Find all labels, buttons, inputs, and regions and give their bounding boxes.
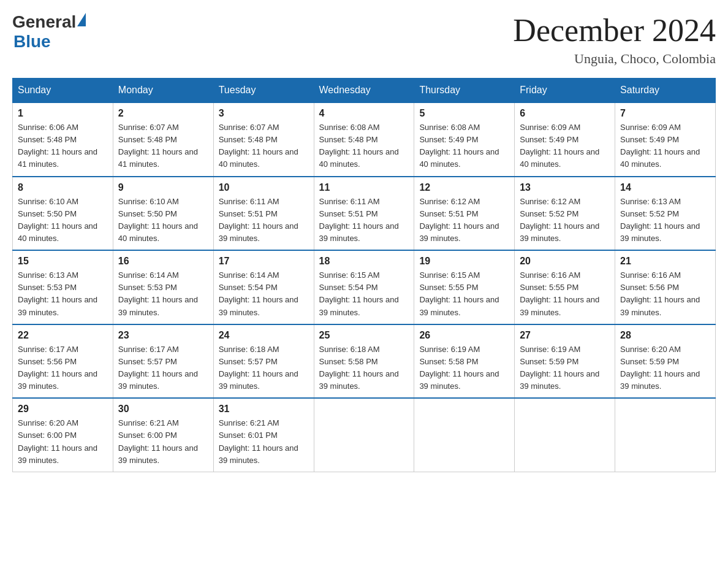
day-number: 2 — [118, 108, 208, 119]
day-info: Sunrise: 6:10 AMSunset: 5:50 PMDaylight:… — [118, 196, 208, 245]
day-info: Sunrise: 6:17 AMSunset: 5:57 PMDaylight:… — [118, 343, 208, 393]
day-info: Sunrise: 6:15 AMSunset: 5:55 PMDaylight:… — [419, 269, 509, 319]
calendar-cell: 2Sunrise: 6:07 AMSunset: 5:48 PMDaylight… — [113, 102, 213, 177]
calendar-cell: 21Sunrise: 6:16 AMSunset: 5:56 PMDayligh… — [615, 250, 716, 324]
location-subtitle: Unguia, Choco, Colombia — [513, 51, 716, 67]
calendar-cell — [515, 398, 615, 472]
day-info: Sunrise: 6:13 AMSunset: 5:53 PMDaylight:… — [18, 269, 108, 319]
day-number: 17 — [219, 256, 309, 267]
day-info: Sunrise: 6:21 AMSunset: 6:01 PMDaylight:… — [219, 417, 309, 467]
day-info: Sunrise: 6:21 AMSunset: 6:00 PMDaylight:… — [118, 417, 208, 467]
day-info: Sunrise: 6:20 AMSunset: 6:00 PMDaylight:… — [18, 417, 108, 467]
day-number: 24 — [219, 330, 309, 341]
day-number: 15 — [18, 256, 108, 267]
day-number: 14 — [620, 182, 710, 193]
day-info: Sunrise: 6:20 AMSunset: 5:59 PMDaylight:… — [620, 343, 710, 393]
day-info: Sunrise: 6:12 AMSunset: 5:51 PMDaylight:… — [419, 196, 509, 245]
calendar-cell: 20Sunrise: 6:16 AMSunset: 5:55 PMDayligh… — [515, 250, 615, 324]
weekday-header-friday: Friday — [515, 79, 615, 103]
day-number: 20 — [520, 256, 610, 267]
calendar-body: 1Sunrise: 6:06 AMSunset: 5:48 PMDaylight… — [13, 102, 716, 472]
day-number: 22 — [18, 330, 108, 341]
day-number: 27 — [520, 330, 610, 341]
day-number: 6 — [520, 108, 610, 119]
calendar-cell: 15Sunrise: 6:13 AMSunset: 5:53 PMDayligh… — [13, 250, 113, 324]
day-info: Sunrise: 6:09 AMSunset: 5:49 PMDaylight:… — [520, 121, 610, 171]
calendar-cell: 16Sunrise: 6:14 AMSunset: 5:53 PMDayligh… — [113, 250, 213, 324]
weekday-header-saturday: Saturday — [615, 79, 716, 103]
day-info: Sunrise: 6:19 AMSunset: 5:58 PMDaylight:… — [419, 343, 509, 393]
day-info: Sunrise: 6:08 AMSunset: 5:48 PMDaylight:… — [319, 121, 409, 171]
day-info: Sunrise: 6:17 AMSunset: 5:56 PMDaylight:… — [18, 343, 108, 393]
calendar-cell: 1Sunrise: 6:06 AMSunset: 5:48 PMDaylight… — [13, 102, 113, 177]
day-number: 19 — [419, 256, 509, 267]
day-number: 3 — [219, 108, 309, 119]
day-number: 23 — [118, 330, 208, 341]
calendar-cell: 25Sunrise: 6:18 AMSunset: 5:58 PMDayligh… — [314, 324, 414, 399]
day-number: 13 — [520, 182, 610, 193]
day-info: Sunrise: 6:10 AMSunset: 5:50 PMDaylight:… — [18, 196, 108, 245]
day-number: 16 — [118, 256, 208, 267]
calendar-cell: 23Sunrise: 6:17 AMSunset: 5:57 PMDayligh… — [113, 324, 213, 399]
day-number: 30 — [118, 404, 208, 415]
weekday-header-sunday: Sunday — [13, 79, 113, 103]
calendar-cell: 12Sunrise: 6:12 AMSunset: 5:51 PMDayligh… — [414, 177, 515, 251]
weekday-header-thursday: Thursday — [414, 79, 515, 103]
weekday-header-wednesday: Wednesday — [314, 79, 414, 103]
calendar-cell: 3Sunrise: 6:07 AMSunset: 5:48 PMDaylight… — [213, 102, 314, 177]
day-info: Sunrise: 6:16 AMSunset: 5:56 PMDaylight:… — [620, 269, 710, 319]
calendar-cell: 8Sunrise: 6:10 AMSunset: 5:50 PMDaylight… — [13, 177, 113, 251]
day-info: Sunrise: 6:18 AMSunset: 5:57 PMDaylight:… — [219, 343, 309, 393]
day-number: 21 — [620, 256, 710, 267]
logo-triangle-icon — [77, 13, 86, 26]
day-number: 11 — [319, 182, 409, 193]
calendar-cell: 13Sunrise: 6:12 AMSunset: 5:52 PMDayligh… — [515, 177, 615, 251]
title-block: December 2024 Unguia, Choco, Colombia — [513, 12, 716, 67]
logo: General Blue — [12, 12, 86, 52]
page-title: December 2024 — [513, 12, 716, 48]
calendar-cell: 9Sunrise: 6:10 AMSunset: 5:50 PMDaylight… — [113, 177, 213, 251]
calendar-cell: 7Sunrise: 6:09 AMSunset: 5:49 PMDaylight… — [615, 102, 716, 177]
calendar-cell: 28Sunrise: 6:20 AMSunset: 5:59 PMDayligh… — [615, 324, 716, 399]
day-number: 28 — [620, 330, 710, 341]
day-info: Sunrise: 6:11 AMSunset: 5:51 PMDaylight:… — [319, 196, 409, 245]
day-info: Sunrise: 6:13 AMSunset: 5:52 PMDaylight:… — [620, 196, 710, 245]
calendar-cell: 22Sunrise: 6:17 AMSunset: 5:56 PMDayligh… — [13, 324, 113, 399]
calendar-cell: 14Sunrise: 6:13 AMSunset: 5:52 PMDayligh… — [615, 177, 716, 251]
day-info: Sunrise: 6:07 AMSunset: 5:48 PMDaylight:… — [219, 121, 309, 171]
day-number: 1 — [18, 108, 108, 119]
day-number: 7 — [620, 108, 710, 119]
weekday-header-monday: Monday — [113, 79, 213, 103]
calendar-cell — [314, 398, 414, 472]
day-number: 9 — [118, 182, 208, 193]
day-number: 8 — [18, 182, 108, 193]
day-info: Sunrise: 6:09 AMSunset: 5:49 PMDaylight:… — [620, 121, 710, 171]
day-number: 12 — [419, 182, 509, 193]
day-info: Sunrise: 6:14 AMSunset: 5:53 PMDaylight:… — [118, 269, 208, 319]
day-info: Sunrise: 6:15 AMSunset: 5:54 PMDaylight:… — [319, 269, 409, 319]
day-number: 25 — [319, 330, 409, 341]
calendar-cell: 11Sunrise: 6:11 AMSunset: 5:51 PMDayligh… — [314, 177, 414, 251]
logo-blue-text: Blue — [13, 32, 51, 52]
day-number: 29 — [18, 404, 108, 415]
calendar-cell: 6Sunrise: 6:09 AMSunset: 5:49 PMDaylight… — [515, 102, 615, 177]
day-info: Sunrise: 6:07 AMSunset: 5:48 PMDaylight:… — [118, 121, 208, 171]
calendar-cell: 4Sunrise: 6:08 AMSunset: 5:48 PMDaylight… — [314, 102, 414, 177]
calendar-cell: 31Sunrise: 6:21 AMSunset: 6:01 PMDayligh… — [213, 398, 314, 472]
calendar-cell — [414, 398, 515, 472]
day-info: Sunrise: 6:18 AMSunset: 5:58 PMDaylight:… — [319, 343, 409, 393]
day-number: 18 — [319, 256, 409, 267]
day-number: 26 — [419, 330, 509, 341]
calendar-cell — [615, 398, 716, 472]
calendar-cell: 10Sunrise: 6:11 AMSunset: 5:51 PMDayligh… — [213, 177, 314, 251]
day-info: Sunrise: 6:06 AMSunset: 5:48 PMDaylight:… — [18, 121, 108, 171]
calendar-cell: 26Sunrise: 6:19 AMSunset: 5:58 PMDayligh… — [414, 324, 515, 399]
weekday-header-tuesday: Tuesday — [213, 79, 314, 103]
logo-general-text: General — [12, 12, 76, 32]
calendar-cell: 29Sunrise: 6:20 AMSunset: 6:00 PMDayligh… — [13, 398, 113, 472]
calendar-cell: 17Sunrise: 6:14 AMSunset: 5:54 PMDayligh… — [213, 250, 314, 324]
day-info: Sunrise: 6:11 AMSunset: 5:51 PMDaylight:… — [219, 196, 309, 245]
calendar-table: SundayMondayTuesdayWednesdayThursdayFrid… — [12, 78, 716, 472]
day-number: 4 — [319, 108, 409, 119]
page-header: General Blue December 2024 Unguia, Choco… — [12, 12, 716, 67]
